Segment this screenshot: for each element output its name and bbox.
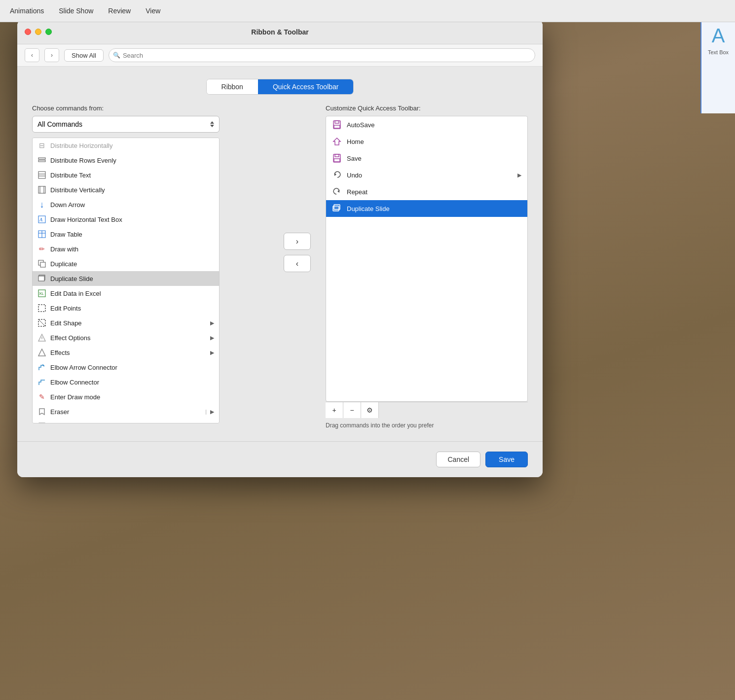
svg-marker-36 [334,173,336,176]
textbox-label: Text Box [708,49,729,55]
right-column: Customize Quick Access Toolbar: AutoSave… [326,105,528,429]
submenu-arrow-icon: ▶ [210,423,214,424]
cmd-label: Edit Points [50,305,81,312]
toolbar-item[interactable]: AutoSave [326,116,527,133]
add-item-button[interactable]: + [326,402,343,418]
toolbar-item-label: Repeat [347,188,368,196]
svg-marker-37 [337,190,339,193]
toolbar-items-list[interactable]: AutoSave Home Save [326,116,528,402]
toolbar-item-label: Home [347,138,364,145]
list-item[interactable]: Edit Shape ▶ [33,315,219,330]
svg-rect-14 [40,262,45,267]
nav-back-button[interactable]: ‹ [25,48,39,62]
cmd-icon [37,422,46,423]
commands-list[interactable]: ⊟ Distribute Horizontally Distribute Row… [32,138,220,423]
cmd-icon [37,304,46,313]
svg-rect-39 [333,206,339,211]
svg-text:XL: XL [39,291,44,296]
svg-rect-27 [39,423,45,423]
toolbar-item-selected[interactable]: Duplicate Slide [326,200,527,217]
add-to-toolbar-button[interactable]: › [284,233,311,250]
close-button[interactable] [25,29,31,35]
cmd-label: Duplicate [50,260,77,268]
list-item[interactable]: Distribute Text [33,168,219,182]
cmd-label: Draw Table [50,231,82,238]
cmd-label: Distribute Vertically [50,186,105,194]
svg-line-21 [38,319,45,326]
tab-quick-access[interactable]: Quick Access Toolbar [258,79,354,94]
list-item[interactable]: ✏ Draw with [33,242,219,256]
customize-label: Customize Quick Access Toolbar: [326,105,528,112]
show-all-button[interactable]: Show All [64,49,104,62]
submenu-arrow-icon: ▶ [210,335,214,341]
dialog-title: Ribbon & Toolbar [251,28,308,36]
tab-group: Ribbon Quick Access Toolbar [206,79,354,95]
cmd-label: Down Arrow [50,201,85,209]
search-wrapper: 🔍 [109,48,535,62]
svg-rect-5 [38,186,45,193]
list-item[interactable]: Distribute Rows Evenly [33,153,219,168]
list-item[interactable]: ↓ Down Arrow [33,197,219,212]
list-item[interactable]: ⊟ Distribute Horizontally [33,138,219,153]
menu-review[interactable]: Review [108,7,131,15]
title-bar: Ribbon & Toolbar [17,20,543,44]
cmd-label: Draw Horizontal Text Box [50,216,122,223]
svg-rect-30 [335,121,339,123]
commands-dropdown[interactable]: All Commands [32,116,220,133]
cmd-icon: XL [37,289,46,298]
tab-ribbon[interactable]: Ribbon [207,79,258,94]
toolbar-item[interactable]: Save [326,150,527,167]
cmd-icon [37,259,46,268]
home-icon [332,137,342,146]
dropdown-arrow-icon [210,121,214,127]
save-icon [332,153,342,163]
list-item[interactable]: Eraser |▶ [33,404,219,419]
list-item[interactable]: A Draw Horizontal Text Box [33,212,219,227]
drag-hint-text: Drag commands into the order you prefer [326,422,528,429]
menu-slideshow[interactable]: Slide Show [59,7,93,15]
left-column: Choose commands from: All Commands ⊟ Dis… [32,105,269,423]
dropdown-value: All Commands [37,120,82,128]
submenu-arrow-icon: |▶ [205,409,214,415]
list-item[interactable]: Effect Options ▶ [33,330,219,345]
list-item[interactable]: XL Edit Data in Excel [33,286,219,301]
settings-button[interactable]: ⚙ [361,402,379,418]
list-item[interactable]: Duplicate [33,256,219,271]
list-item[interactable]: Duplicate Slide [33,271,219,286]
list-item[interactable]: Draw Table [33,227,219,242]
duplicate-slide-icon [332,204,342,213]
toolbar-item-label: Undo [347,172,362,179]
remove-item-button[interactable]: − [343,402,361,418]
list-item[interactable]: ✎ Enter Draw mode [33,389,219,404]
maximize-button[interactable] [45,29,52,35]
svg-rect-1 [38,160,45,162]
search-input[interactable] [109,48,535,62]
list-item[interactable]: Edit Points [33,301,219,315]
main-columns: Choose commands from: All Commands ⊟ Dis… [32,105,528,429]
submenu-arrow-icon: ▶ [210,350,214,356]
minimize-button[interactable] [35,29,41,35]
list-item[interactable]: Elbow Arrow Connector [33,360,219,375]
app-bar: Animations Slide Show Review View [0,0,735,22]
toolbar-item[interactable]: Undo ▶ [326,167,527,183]
undo-icon [332,170,342,180]
remove-from-toolbar-button[interactable]: ‹ [284,255,311,272]
save-button[interactable]: Save [485,452,528,467]
svg-rect-33 [333,154,340,162]
list-item[interactable]: Error Bars ▶ [33,419,219,423]
list-item[interactable]: Effects ▶ [33,345,219,360]
cmd-label: Edit Shape [50,319,82,327]
toolbar-item-label: AutoSave [347,121,374,129]
cmd-label: Distribute Rows Evenly [50,157,116,164]
toolbar-item[interactable]: Repeat [326,183,527,200]
cmd-icon [37,156,46,165]
menu-view[interactable]: View [146,7,160,15]
list-item[interactable]: Elbow Connector [33,375,219,389]
menu-animations[interactable]: Animations [10,7,44,15]
toolbar-item[interactable]: Home [326,133,527,150]
cancel-button[interactable]: Cancel [436,452,480,467]
svg-marker-32 [333,138,340,145]
list-item[interactable]: Distribute Vertically [33,182,219,197]
search-icon: 🔍 [113,52,120,59]
nav-forward-button[interactable]: › [44,48,59,62]
